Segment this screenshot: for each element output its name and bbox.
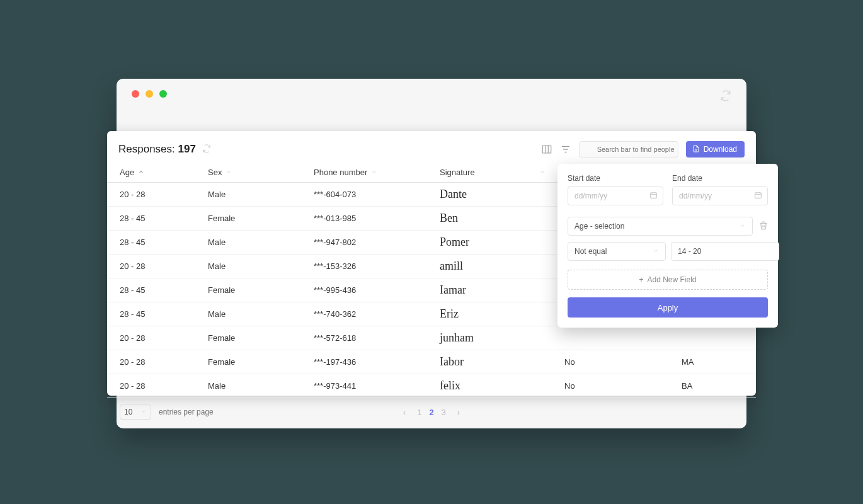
cell-sex: Male [195,183,301,207]
cell-extra2: BA [669,374,756,398]
cell-extra2 [669,326,756,350]
start-date-label: Start date [568,174,663,183]
svg-rect-0 [542,146,551,153]
cell-sex: Female [195,207,301,231]
cell-phone: ***-013-985 [301,207,427,231]
cell-extra1: No [552,350,669,374]
cell-extra1: No [552,374,669,398]
start-date-input[interactable]: dd/mm/yy [568,186,663,205]
cell-age: 20 - 28 [107,350,195,374]
cell-sex: Male [195,255,301,278]
cell-age: 20 - 28 [107,326,195,350]
cell-age: 20 - 28 [107,255,195,278]
cell-signature: Iamar [427,278,552,302]
cell-age: 28 - 45 [107,278,195,302]
cell-signature: amill [427,255,552,278]
sort-ascending-icon [138,169,144,176]
svg-rect-12 [755,193,762,198]
pager-page[interactable]: 1 [417,408,421,417]
add-field-button[interactable]: + Add New Field [568,270,768,290]
cell-sex: Male [195,302,301,326]
cell-signature: Eriz [427,302,552,326]
cell-phone: ***-572-618 [301,326,427,350]
per-page-label: entries per page [159,408,214,416]
pager-page[interactable]: 2 [429,408,433,417]
minimize-window-dot[interactable] [146,90,153,98]
cell-sex: Female [195,350,301,374]
cell-signature: Pomer [427,231,552,255]
download-button[interactable]: Download [686,141,745,158]
cell-signature: Dante [427,183,552,207]
trash-icon[interactable] [759,221,768,232]
chevron-down-icon [740,222,746,230]
table-row[interactable]: 20 - 28Female***-572-618junham [107,326,756,350]
sync-icon [720,90,731,105]
cell-phone: ***-995-436 [301,278,427,302]
maximize-window-dot[interactable] [159,90,167,98]
chevron-down-icon [140,408,147,416]
filter-icon[interactable] [560,144,571,155]
cell-extra2: MA [669,350,756,374]
pager-next[interactable]: › [457,408,460,417]
end-date-input[interactable]: dd/mm/yy [672,186,768,205]
filter-field-select[interactable]: Age - selection [568,217,753,236]
chevron-down-icon [539,169,546,176]
page-size-select[interactable]: 10 [120,404,151,420]
cell-age: 28 - 45 [107,231,195,255]
table-row[interactable]: 20 - 28Male***-973-441felixNoBA [107,374,756,398]
pager-prev[interactable]: ‹ [403,408,406,417]
svg-rect-8 [651,193,657,198]
panel-header: Responses: 197 Dow [107,131,756,163]
cell-signature: Ben [427,207,552,231]
cell-phone: ***-947-802 [301,231,427,255]
cell-age: 28 - 45 [107,207,195,231]
search-wrap [579,141,678,158]
cell-phone: ***-197-436 [301,350,427,374]
cell-signature: junham [427,326,552,350]
cell-sex: Female [195,326,301,350]
end-date-label: End date [672,174,768,183]
download-label: Download [704,145,737,154]
columns-icon[interactable] [541,144,552,155]
traffic-lights [132,90,167,98]
cell-signature: Iabor [427,350,552,374]
calendar-icon [754,191,762,201]
response-count: 197 [178,143,196,155]
calendar-icon [649,191,658,201]
cell-sex: Female [195,278,301,302]
cell-sex: Male [195,231,301,255]
cell-age: 28 - 45 [107,302,195,326]
cell-phone: ***-973-441 [301,374,427,398]
chevron-down-icon [371,169,377,176]
filter-value-input[interactable] [671,242,779,261]
download-icon [692,145,700,154]
panel-footer: 10 entries per page ‹ 123 › [107,398,756,426]
cell-phone: ***-740-362 [301,302,427,326]
col-sex[interactable]: Sex [195,163,301,183]
col-signature[interactable]: Signature [427,163,552,183]
col-phone[interactable]: Phone number [301,163,427,183]
cell-phone: ***-153-326 [301,255,427,278]
cell-age: 20 - 28 [107,374,195,398]
filter-popover: Start date dd/mm/yy End date dd/mm/yy Ag… [557,164,778,328]
pagination: ‹ 123 › [403,408,460,417]
close-window-dot[interactable] [132,90,139,98]
search-input[interactable] [579,141,678,158]
plus-icon: + [639,275,643,284]
cell-signature: felix [427,374,552,398]
table-row[interactable]: 20 - 28Female***-197-436IaborNoMA [107,350,756,374]
chevron-down-icon [226,169,232,176]
refresh-icon[interactable] [202,144,211,155]
cell-sex: Male [195,374,301,398]
col-age[interactable]: Age [107,163,195,183]
chevron-down-icon [653,248,659,255]
title-prefix: Responses: [118,143,178,155]
cell-extra1 [552,326,669,350]
pager-page[interactable]: 3 [442,408,446,417]
cell-phone: ***-604-073 [301,183,427,207]
page-title: Responses: 197 [118,143,196,156]
cell-age: 20 - 28 [107,183,195,207]
apply-button[interactable]: Apply [568,297,768,318]
filter-operator-select[interactable]: Not equal [568,242,666,261]
